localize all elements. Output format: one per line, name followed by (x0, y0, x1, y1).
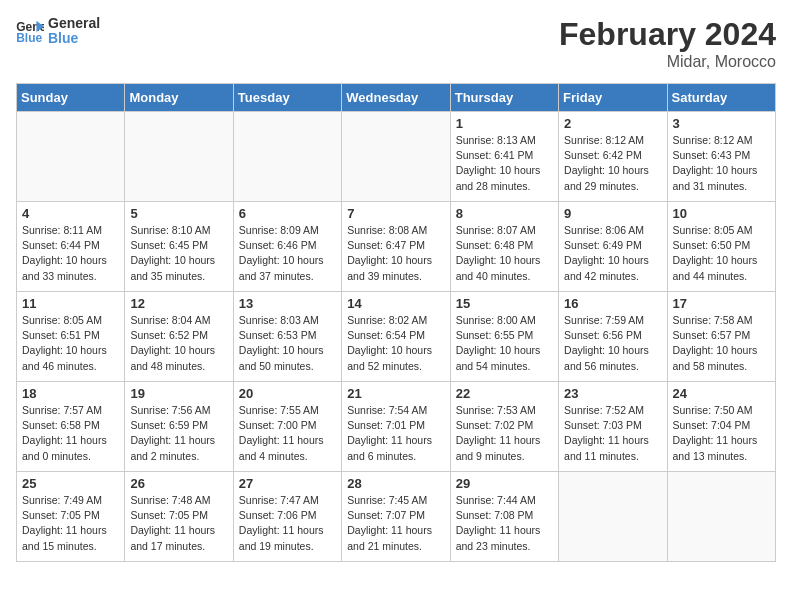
weekday-header: Tuesday (233, 84, 341, 112)
day-info: Sunrise: 8:00 AM Sunset: 6:55 PM Dayligh… (456, 313, 553, 374)
day-number: 12 (130, 296, 227, 311)
day-number: 9 (564, 206, 661, 221)
svg-text:Blue: Blue (16, 31, 42, 43)
day-number: 15 (456, 296, 553, 311)
calendar-table: SundayMondayTuesdayWednesdayThursdayFrid… (16, 83, 776, 562)
calendar-week-row: 18Sunrise: 7:57 AM Sunset: 6:58 PM Dayli… (17, 382, 776, 472)
day-number: 28 (347, 476, 444, 491)
day-number: 23 (564, 386, 661, 401)
day-info: Sunrise: 7:52 AM Sunset: 7:03 PM Dayligh… (564, 403, 661, 464)
calendar-cell: 7Sunrise: 8:08 AM Sunset: 6:47 PM Daylig… (342, 202, 450, 292)
day-info: Sunrise: 8:13 AM Sunset: 6:41 PM Dayligh… (456, 133, 553, 194)
calendar-cell: 21Sunrise: 7:54 AM Sunset: 7:01 PM Dayli… (342, 382, 450, 472)
calendar-cell: 24Sunrise: 7:50 AM Sunset: 7:04 PM Dayli… (667, 382, 775, 472)
day-number: 22 (456, 386, 553, 401)
day-number: 27 (239, 476, 336, 491)
day-number: 3 (673, 116, 770, 131)
logo-line1: General (48, 16, 100, 31)
day-info: Sunrise: 7:55 AM Sunset: 7:00 PM Dayligh… (239, 403, 336, 464)
calendar-cell: 3Sunrise: 8:12 AM Sunset: 6:43 PM Daylig… (667, 112, 775, 202)
calendar-cell: 16Sunrise: 7:59 AM Sunset: 6:56 PM Dayli… (559, 292, 667, 382)
day-info: Sunrise: 8:12 AM Sunset: 6:42 PM Dayligh… (564, 133, 661, 194)
calendar-cell: 11Sunrise: 8:05 AM Sunset: 6:51 PM Dayli… (17, 292, 125, 382)
calendar-cell: 8Sunrise: 8:07 AM Sunset: 6:48 PM Daylig… (450, 202, 558, 292)
day-info: Sunrise: 7:53 AM Sunset: 7:02 PM Dayligh… (456, 403, 553, 464)
calendar-cell: 13Sunrise: 8:03 AM Sunset: 6:53 PM Dayli… (233, 292, 341, 382)
calendar-subtitle: Midar, Morocco (559, 53, 776, 71)
day-number: 29 (456, 476, 553, 491)
day-info: Sunrise: 8:11 AM Sunset: 6:44 PM Dayligh… (22, 223, 119, 284)
calendar-cell (125, 112, 233, 202)
day-info: Sunrise: 7:47 AM Sunset: 7:06 PM Dayligh… (239, 493, 336, 554)
weekday-header: Friday (559, 84, 667, 112)
day-number: 7 (347, 206, 444, 221)
day-info: Sunrise: 8:05 AM Sunset: 6:51 PM Dayligh… (22, 313, 119, 374)
day-number: 5 (130, 206, 227, 221)
day-number: 14 (347, 296, 444, 311)
calendar-cell (559, 472, 667, 562)
day-info: Sunrise: 8:03 AM Sunset: 6:53 PM Dayligh… (239, 313, 336, 374)
day-info: Sunrise: 7:58 AM Sunset: 6:57 PM Dayligh… (673, 313, 770, 374)
day-info: Sunrise: 8:08 AM Sunset: 6:47 PM Dayligh… (347, 223, 444, 284)
day-info: Sunrise: 7:59 AM Sunset: 6:56 PM Dayligh… (564, 313, 661, 374)
day-info: Sunrise: 8:07 AM Sunset: 6:48 PM Dayligh… (456, 223, 553, 284)
day-number: 1 (456, 116, 553, 131)
logo-line2: Blue (48, 31, 100, 46)
calendar-cell: 26Sunrise: 7:48 AM Sunset: 7:05 PM Dayli… (125, 472, 233, 562)
day-number: 17 (673, 296, 770, 311)
day-number: 19 (130, 386, 227, 401)
calendar-cell: 5Sunrise: 8:10 AM Sunset: 6:45 PM Daylig… (125, 202, 233, 292)
day-info: Sunrise: 8:09 AM Sunset: 6:46 PM Dayligh… (239, 223, 336, 284)
calendar-cell: 9Sunrise: 8:06 AM Sunset: 6:49 PM Daylig… (559, 202, 667, 292)
weekday-header: Wednesday (342, 84, 450, 112)
day-number: 13 (239, 296, 336, 311)
calendar-cell: 19Sunrise: 7:56 AM Sunset: 6:59 PM Dayli… (125, 382, 233, 472)
calendar-week-row: 25Sunrise: 7:49 AM Sunset: 7:05 PM Dayli… (17, 472, 776, 562)
day-number: 25 (22, 476, 119, 491)
logo: General Blue General Blue (16, 16, 100, 47)
day-info: Sunrise: 7:54 AM Sunset: 7:01 PM Dayligh… (347, 403, 444, 464)
page-header: General Blue General Blue February 2024 … (16, 16, 776, 71)
day-info: Sunrise: 8:05 AM Sunset: 6:50 PM Dayligh… (673, 223, 770, 284)
day-info: Sunrise: 7:49 AM Sunset: 7:05 PM Dayligh… (22, 493, 119, 554)
calendar-cell: 23Sunrise: 7:52 AM Sunset: 7:03 PM Dayli… (559, 382, 667, 472)
day-number: 20 (239, 386, 336, 401)
calendar-cell: 25Sunrise: 7:49 AM Sunset: 7:05 PM Dayli… (17, 472, 125, 562)
calendar-cell: 14Sunrise: 8:02 AM Sunset: 6:54 PM Dayli… (342, 292, 450, 382)
calendar-cell: 27Sunrise: 7:47 AM Sunset: 7:06 PM Dayli… (233, 472, 341, 562)
calendar-cell: 10Sunrise: 8:05 AM Sunset: 6:50 PM Dayli… (667, 202, 775, 292)
day-number: 16 (564, 296, 661, 311)
day-info: Sunrise: 8:12 AM Sunset: 6:43 PM Dayligh… (673, 133, 770, 194)
calendar-week-row: 1Sunrise: 8:13 AM Sunset: 6:41 PM Daylig… (17, 112, 776, 202)
calendar-cell: 18Sunrise: 7:57 AM Sunset: 6:58 PM Dayli… (17, 382, 125, 472)
day-info: Sunrise: 8:04 AM Sunset: 6:52 PM Dayligh… (130, 313, 227, 374)
calendar-cell (342, 112, 450, 202)
day-number: 2 (564, 116, 661, 131)
calendar-cell: 28Sunrise: 7:45 AM Sunset: 7:07 PM Dayli… (342, 472, 450, 562)
day-info: Sunrise: 8:02 AM Sunset: 6:54 PM Dayligh… (347, 313, 444, 374)
calendar-cell (17, 112, 125, 202)
calendar-cell: 29Sunrise: 7:44 AM Sunset: 7:08 PM Dayli… (450, 472, 558, 562)
calendar-week-row: 4Sunrise: 8:11 AM Sunset: 6:44 PM Daylig… (17, 202, 776, 292)
calendar-cell (233, 112, 341, 202)
day-number: 8 (456, 206, 553, 221)
day-number: 6 (239, 206, 336, 221)
calendar-cell (667, 472, 775, 562)
day-info: Sunrise: 7:50 AM Sunset: 7:04 PM Dayligh… (673, 403, 770, 464)
calendar-cell: 2Sunrise: 8:12 AM Sunset: 6:42 PM Daylig… (559, 112, 667, 202)
day-info: Sunrise: 7:56 AM Sunset: 6:59 PM Dayligh… (130, 403, 227, 464)
calendar-cell: 17Sunrise: 7:58 AM Sunset: 6:57 PM Dayli… (667, 292, 775, 382)
day-number: 10 (673, 206, 770, 221)
day-number: 26 (130, 476, 227, 491)
day-info: Sunrise: 8:10 AM Sunset: 6:45 PM Dayligh… (130, 223, 227, 284)
title-block: February 2024 Midar, Morocco (559, 16, 776, 71)
calendar-cell: 4Sunrise: 8:11 AM Sunset: 6:44 PM Daylig… (17, 202, 125, 292)
calendar-cell: 20Sunrise: 7:55 AM Sunset: 7:00 PM Dayli… (233, 382, 341, 472)
calendar-cell: 12Sunrise: 8:04 AM Sunset: 6:52 PM Dayli… (125, 292, 233, 382)
calendar-cell: 6Sunrise: 8:09 AM Sunset: 6:46 PM Daylig… (233, 202, 341, 292)
calendar-cell: 1Sunrise: 8:13 AM Sunset: 6:41 PM Daylig… (450, 112, 558, 202)
day-number: 24 (673, 386, 770, 401)
weekday-header: Monday (125, 84, 233, 112)
day-info: Sunrise: 7:45 AM Sunset: 7:07 PM Dayligh… (347, 493, 444, 554)
logo-icon: General Blue (16, 19, 44, 43)
